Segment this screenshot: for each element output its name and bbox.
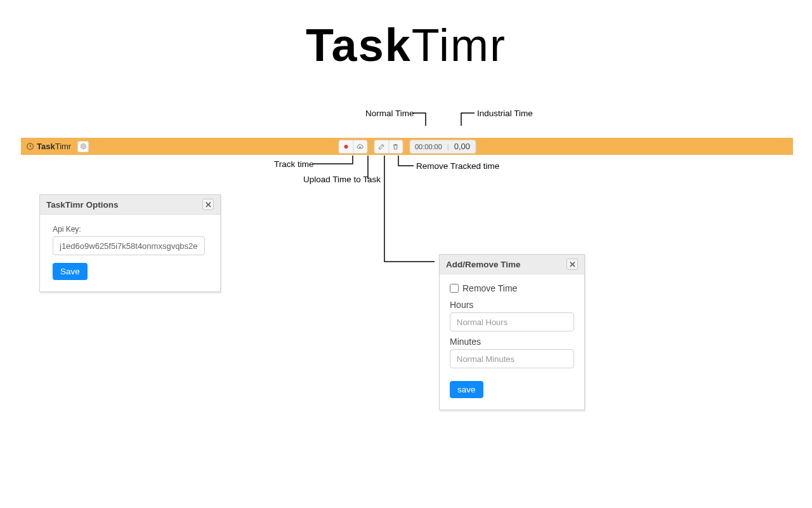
annotation-upload-time: Upload Time to Task: [303, 175, 381, 184]
time-separator: |: [447, 143, 449, 150]
industrial-time-value: 0,00: [454, 142, 470, 151]
hours-input[interactable]: [450, 312, 574, 331]
hero-title: TaskTimr: [0, 19, 812, 71]
minutes-label: Minutes: [450, 337, 574, 347]
record-icon: [342, 143, 350, 150]
hero-title-bold: Task: [306, 20, 412, 70]
add-remove-dialog-title: Add/Remove Time: [446, 260, 521, 269]
settings-button[interactable]: [77, 141, 89, 152]
upload-time-button[interactable]: [353, 140, 367, 153]
clock-icon: [26, 142, 34, 150]
track-time-button[interactable]: [339, 140, 353, 153]
options-dialog: TaskTimr Options ✕ Api Key: Save: [39, 194, 221, 292]
options-dialog-title: TaskTimr Options: [46, 200, 119, 210]
add-remove-dialog-header: Add/Remove Time ✕: [440, 255, 584, 274]
add-remove-save-button[interactable]: save: [450, 381, 483, 398]
svg-point-2: [344, 145, 348, 149]
normal-time-value: 00:00:00: [415, 143, 442, 150]
remove-time-label: Remove Time: [462, 283, 517, 293]
toolbar: TaskTimr 00:00:00 | 0,00: [21, 138, 793, 155]
cloud-upload-icon: [357, 143, 364, 150]
edit-time-button[interactable]: [374, 140, 388, 153]
add-remove-dialog-close-button[interactable]: ✕: [566, 258, 578, 270]
api-key-label: Api Key:: [53, 225, 207, 234]
toolbar-brand-light: Timr: [55, 142, 72, 151]
time-display: 00:00:00 | 0,00: [409, 140, 476, 154]
remove-time-checkbox-row[interactable]: Remove Time: [450, 283, 574, 293]
svg-point-1: [82, 145, 84, 147]
toolbar-center: 00:00:00 | 0,00: [338, 140, 476, 154]
add-remove-dialog: Add/Remove Time ✕ Remove Time Hours Minu…: [439, 254, 585, 410]
trash-icon: [392, 143, 400, 150]
remove-time-button[interactable]: [388, 140, 402, 153]
annotation-track-time: Track time: [274, 159, 314, 169]
hero-title-light: Timr: [412, 20, 506, 70]
remove-time-checkbox[interactable]: [450, 284, 459, 293]
options-dialog-header: TaskTimr Options ✕: [40, 195, 220, 215]
gear-icon: [80, 143, 87, 150]
close-icon: ✕: [205, 200, 212, 210]
options-save-button[interactable]: Save: [53, 263, 88, 280]
toolbar-group-right: [374, 140, 403, 154]
annotation-remove-tracked: Remove Tracked time: [416, 161, 499, 171]
toolbar-group-left: [338, 140, 367, 154]
annotation-normal-time: Normal Time: [365, 109, 414, 118]
toolbar-brand-bold: Task: [37, 142, 55, 151]
minutes-input[interactable]: [450, 349, 574, 368]
close-icon: ✕: [569, 260, 576, 269]
annotation-industrial-time: Industrial Time: [477, 109, 533, 118]
hours-label: Hours: [450, 300, 574, 310]
api-key-input[interactable]: [53, 236, 205, 255]
options-dialog-close-button[interactable]: ✕: [202, 199, 214, 210]
edit-icon: [377, 143, 385, 150]
toolbar-brand: TaskTimr: [26, 141, 89, 152]
